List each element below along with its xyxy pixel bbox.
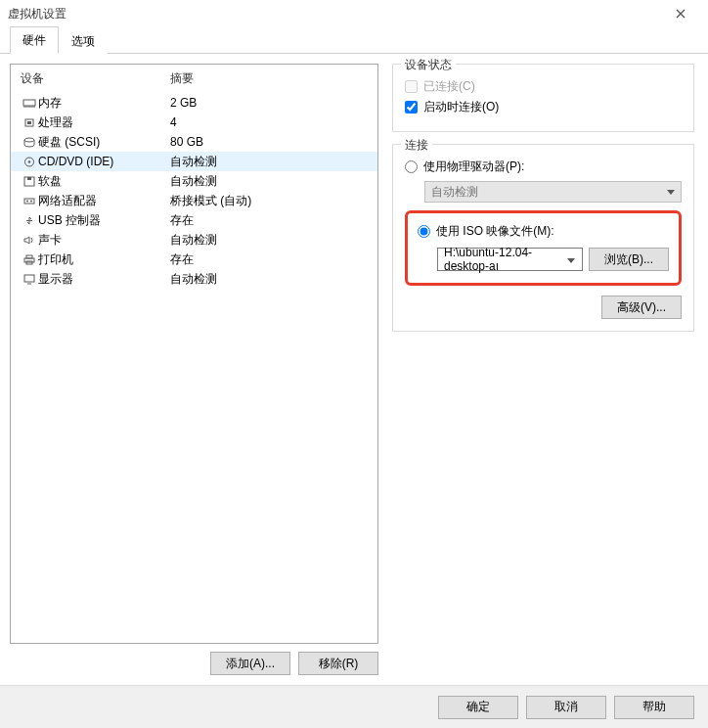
svg-rect-2: [27, 121, 31, 124]
chevron-down-icon: [667, 190, 675, 195]
dialog-footer: 确定 取消 帮助: [0, 685, 708, 728]
device-summary: 4: [170, 115, 370, 129]
net-icon: [21, 196, 38, 206]
physical-drive-select: 自动检测: [424, 181, 682, 203]
device-name: 处理器: [38, 114, 170, 131]
device-name: 软盘: [38, 173, 170, 190]
cd-icon: [21, 157, 38, 167]
disk-icon: [21, 137, 38, 148]
usb-icon: [21, 215, 38, 226]
connection-group: 连接 使用物理驱动器(P): 自动检测 使用 ISO 映像文件(M):: [392, 144, 694, 332]
device-summary: 桥接模式 (自动): [170, 193, 370, 209]
svg-point-5: [28, 160, 30, 162]
device-row[interactable]: CD/DVD (IDE)自动检测: [11, 152, 377, 171]
svg-rect-12: [26, 255, 32, 258]
device-name: 内存: [38, 95, 170, 112]
connect-at-poweron-checkbox[interactable]: [405, 101, 418, 114]
iso-highlight-area: 使用 ISO 映像文件(M): H:\ubuntu-12.04-desktop-…: [405, 210, 682, 286]
close-button[interactable]: [661, 0, 700, 27]
device-summary: 自动检测: [170, 154, 370, 170]
svg-rect-7: [27, 177, 31, 180]
device-row[interactable]: 硬盘 (SCSI)80 GB: [11, 132, 377, 152]
browse-button[interactable]: 浏览(B)...: [589, 248, 669, 271]
sound-icon: [21, 235, 38, 246]
tabstrip: 硬件 选项: [0, 27, 708, 54]
device-name: 打印机: [38, 251, 170, 268]
display-icon: [21, 274, 38, 285]
device-summary: 自动检测: [170, 271, 370, 288]
svg-point-9: [26, 200, 28, 202]
connected-label: 已连接(C): [423, 78, 475, 95]
header-device: 设备: [21, 70, 170, 87]
svg-point-3: [24, 138, 34, 142]
printer-icon: [21, 254, 38, 265]
tab-options[interactable]: 选项: [59, 27, 108, 54]
svg-rect-0: [23, 100, 35, 106]
device-row[interactable]: 处理器4: [11, 113, 377, 132]
header-summary: 摘要: [170, 70, 370, 87]
iso-path-select[interactable]: H:\ubuntu-12.04-desktop-aı: [437, 248, 583, 271]
svg-point-10: [30, 200, 32, 202]
device-row[interactable]: 网络适配器桥接模式 (自动): [11, 191, 377, 210]
remove-button[interactable]: 移除(R): [298, 652, 378, 675]
device-row[interactable]: 声卡自动检测: [11, 230, 377, 250]
chevron-down-icon: [564, 252, 578, 266]
device-row[interactable]: 内存2 GB: [11, 93, 377, 113]
cancel-button[interactable]: 取消: [526, 696, 606, 719]
titlebar: 虚拟机设置: [0, 0, 708, 27]
device-summary: 存在: [170, 212, 370, 229]
floppy-icon: [21, 176, 38, 187]
help-button[interactable]: 帮助: [614, 696, 694, 719]
iso-path-value: H:\ubuntu-12.04-desktop-aı: [444, 246, 564, 273]
device-name: 声卡: [38, 232, 170, 249]
device-summary: 80 GB: [170, 135, 370, 149]
device-status-legend: 设备状态: [401, 57, 456, 73]
svg-rect-14: [24, 275, 34, 282]
device-list-header: 设备 摘要: [11, 65, 377, 93]
use-iso-label: 使用 ISO 映像文件(M):: [436, 223, 554, 240]
use-physical-radio[interactable]: [405, 160, 418, 173]
device-summary: 2 GB: [170, 96, 370, 110]
device-row[interactable]: 显示器自动检测: [11, 269, 377, 289]
device-name: CD/DVD (IDE): [38, 155, 170, 168]
device-row[interactable]: 软盘自动检测: [11, 171, 377, 191]
use-iso-radio[interactable]: [418, 225, 430, 238]
device-summary: 自动检测: [170, 232, 370, 249]
tab-hardware[interactable]: 硬件: [10, 26, 59, 54]
connection-legend: 连接: [401, 137, 432, 154]
device-row[interactable]: USB 控制器存在: [11, 210, 377, 230]
device-row[interactable]: 打印机存在: [11, 250, 377, 269]
cpu-icon: [21, 117, 38, 128]
device-summary: 自动检测: [170, 173, 370, 190]
window-title: 虚拟机设置: [8, 6, 661, 23]
ok-button[interactable]: 确定: [438, 696, 518, 719]
physical-drive-value: 自动检测: [431, 184, 478, 201]
device-summary: 存在: [170, 251, 370, 268]
memory-icon: [21, 98, 38, 109]
advanced-button[interactable]: 高级(V)...: [601, 296, 682, 319]
device-name: 网络适配器: [38, 193, 170, 209]
close-icon: [676, 9, 686, 19]
device-name: 硬盘 (SCSI): [38, 134, 170, 151]
connect-at-poweron-label: 启动时连接(O): [423, 99, 499, 115]
device-name: USB 控制器: [38, 212, 170, 229]
device-status-group: 设备状态 已连接(C) 启动时连接(O): [392, 64, 694, 132]
add-button[interactable]: 添加(A)...: [210, 652, 290, 675]
connected-checkbox: [405, 80, 418, 93]
use-physical-label: 使用物理驱动器(P):: [423, 159, 524, 175]
device-list: 设备 摘要 内存2 GB处理器4硬盘 (SCSI)80 GBCD/DVD (ID…: [10, 64, 378, 644]
device-name: 显示器: [38, 271, 170, 288]
svg-rect-8: [24, 199, 34, 204]
